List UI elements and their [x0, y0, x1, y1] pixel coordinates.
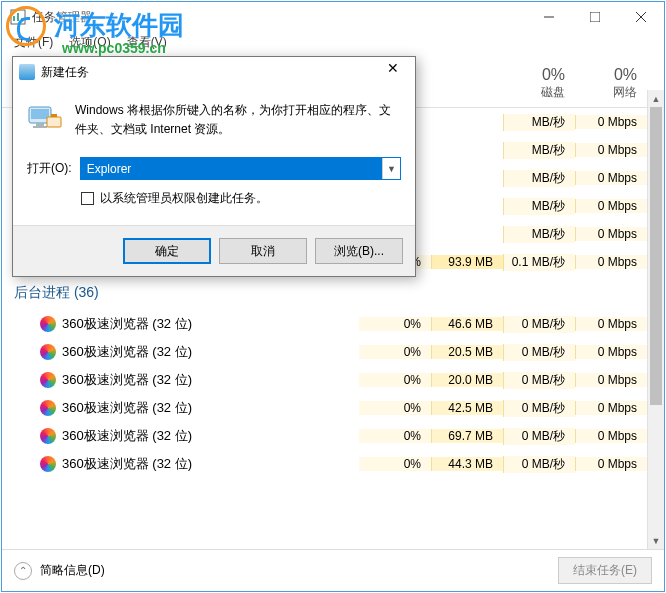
menu-options[interactable]: 选项(O) [61, 32, 118, 52]
collapse-icon[interactable]: ⌃ [14, 562, 32, 580]
app-icon [40, 316, 56, 332]
dialog-icon [19, 64, 35, 80]
scroll-up-icon[interactable]: ▲ [648, 90, 664, 107]
svg-rect-2 [17, 13, 19, 21]
table-row[interactable]: 360极速浏览器 (32 位) 0% 44.3 MB 0 MB/秒 0 Mbps [2, 450, 664, 478]
net-header[interactable]: 0% 网络 [575, 52, 647, 107]
app-icon [40, 372, 56, 388]
process-name: 360极速浏览器 (32 位) [62, 371, 192, 389]
table-row[interactable]: 360极速浏览器 (32 位) 0% 20.0 MB 0 MB/秒 0 Mbps [2, 366, 664, 394]
bg-section-header: 后台进程 (36) [2, 276, 664, 310]
svg-rect-10 [36, 123, 44, 126]
process-name: 360极速浏览器 (32 位) [62, 455, 192, 473]
app-icon [40, 428, 56, 444]
table-row[interactable]: 360极速浏览器 (32 位) 0% 20.5 MB 0 MB/秒 0 Mbps [2, 338, 664, 366]
menu-file[interactable]: 文件(F) [6, 32, 61, 52]
svg-rect-5 [590, 12, 600, 22]
vertical-scrollbar[interactable]: ▲ ▼ [647, 90, 664, 549]
dialog-close-button[interactable]: ✕ [377, 60, 409, 84]
minimize-button[interactable] [526, 2, 572, 32]
open-label: 打开(O): [27, 160, 72, 177]
table-row[interactable]: 360极速浏览器 (32 位) 0% 42.5 MB 0 MB/秒 0 Mbps [2, 394, 664, 422]
cancel-button[interactable]: 取消 [219, 238, 307, 264]
table-row[interactable]: 360极速浏览器 (32 位) 0% 69.7 MB 0 MB/秒 0 Mbps [2, 422, 664, 450]
maximize-button[interactable] [572, 2, 618, 32]
app-icon [40, 344, 56, 360]
disk-header[interactable]: 0% 磁盘 [503, 52, 575, 107]
table-row[interactable]: 360极速浏览器 (32 位) 0% 46.6 MB 0 MB/秒 0 Mbps [2, 310, 664, 338]
details-toggle[interactable]: 简略信息(D) [40, 562, 550, 579]
process-name: 360极速浏览器 (32 位) [62, 399, 192, 417]
admin-checkbox[interactable] [81, 192, 94, 205]
end-task-button[interactable]: 结束任务(E) [558, 557, 652, 584]
admin-checkbox-label: 以系统管理员权限创建此任务。 [100, 190, 268, 207]
process-name: 360极速浏览器 (32 位) [62, 315, 192, 333]
open-input[interactable] [81, 158, 382, 179]
browse-button[interactable]: 浏览(B)... [315, 238, 403, 264]
run-icon [27, 101, 63, 133]
dialog-title: 新建任务 [41, 64, 377, 81]
process-name: 360极速浏览器 (32 位) [62, 343, 192, 361]
dialog-title-bar: 新建任务 ✕ [13, 57, 415, 87]
scroll-down-icon[interactable]: ▼ [648, 532, 664, 549]
svg-rect-13 [51, 114, 57, 117]
dropdown-icon[interactable]: ▼ [382, 158, 400, 179]
svg-rect-12 [47, 117, 61, 127]
title-bar: 任务管理器 [2, 2, 664, 32]
new-task-dialog: 新建任务 ✕ Windows 将根据你所键入的名称，为你打开相应的程序、文件夹、… [12, 56, 416, 277]
svg-rect-3 [21, 18, 23, 21]
window-title: 任务管理器 [32, 9, 526, 26]
menu-bar: 文件(F) 选项(O) 查看(V) [2, 32, 664, 52]
svg-rect-1 [13, 16, 15, 21]
process-name: 360极速浏览器 (32 位) [62, 427, 192, 445]
app-icon [40, 456, 56, 472]
svg-rect-11 [33, 126, 47, 128]
ok-button[interactable]: 确定 [123, 238, 211, 264]
bottom-bar: ⌃ 简略信息(D) 结束任务(E) [2, 549, 664, 591]
open-combobox[interactable]: ▼ [80, 157, 401, 180]
svg-rect-9 [31, 109, 49, 119]
dialog-description: Windows 将根据你所键入的名称，为你打开相应的程序、文件夹、文档或 Int… [75, 101, 401, 139]
menu-view[interactable]: 查看(V) [119, 32, 175, 52]
close-button[interactable] [618, 2, 664, 32]
app-icon [40, 400, 56, 416]
app-icon [10, 9, 26, 25]
scroll-thumb[interactable] [650, 107, 662, 405]
